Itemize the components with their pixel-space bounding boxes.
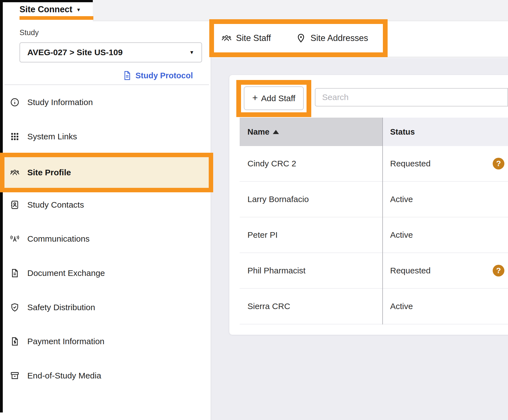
status-value: Active: [390, 230, 413, 240]
staff-name-cell: Phil Pharmacist: [240, 253, 382, 288]
sidebar-item-label: System Links: [27, 132, 77, 141]
search-input[interactable]: [315, 88, 508, 106]
sidebar-item-payment-information[interactable]: Payment Information: [4, 326, 206, 357]
sidebar-item-study-information[interactable]: Study Information: [4, 87, 206, 118]
contact-card-icon: [10, 200, 20, 210]
sidebar-item-label: Document Exchange: [27, 268, 105, 278]
sidebar-item-label: End-of-Study Media: [27, 371, 101, 380]
sidebar-item-label: Study Information: [27, 98, 93, 107]
sidebar-item-safety-distribution[interactable]: Safety Distribution: [4, 292, 206, 323]
staff-status-cell: Active ?: [382, 182, 508, 217]
sidebar-item-label: Communications: [27, 234, 89, 244]
sidebar-item-system-links[interactable]: System Links: [4, 121, 206, 152]
study-protocol-label: Study Protocol: [135, 71, 193, 80]
left-edge-black-strip: [0, 0, 3, 412]
column-header-name[interactable]: Name: [240, 118, 382, 146]
status-value: Requested: [390, 266, 431, 275]
status-value: Active: [390, 302, 413, 311]
sidebar-item-document-exchange[interactable]: Document Exchange: [4, 258, 206, 288]
sidebar-item-study-contacts[interactable]: Study Contacts: [4, 190, 206, 220]
table-row[interactable]: Larry Bornafacio Active ?: [240, 182, 508, 217]
sidebar-item-label: Payment Information: [27, 337, 104, 346]
sidebar-item-label: Study Contacts: [27, 200, 84, 210]
staff-status-cell: Requested ?: [382, 253, 508, 288]
help-icon[interactable]: ?: [493, 265, 504, 276]
info-circle-icon: [10, 98, 20, 107]
staff-name-cell: Larry Bornafacio: [240, 182, 382, 217]
shield-check-icon: [10, 303, 20, 312]
staff-name-cell: Peter PI: [240, 217, 382, 253]
sidebar-item-label: Safety Distribution: [27, 303, 95, 312]
table-row[interactable]: Peter PI Active ?: [240, 217, 508, 253]
product-tab-active-underline: [20, 16, 93, 20]
product-tab-label: Site Connect: [20, 4, 72, 14]
study-selector[interactable]: AVEG-027 > Site US-109 ▼: [20, 42, 202, 62]
staff-status-cell: Requested ?: [382, 146, 508, 181]
column-header-label: Name: [247, 127, 269, 137]
study-label: Study: [20, 28, 39, 37]
table-row[interactable]: Phil Pharmacist Requested ?: [240, 253, 508, 289]
product-tab-site-connect[interactable]: Site Connect ▼: [20, 3, 81, 16]
status-value: Active: [390, 195, 413, 204]
sidebar-item-communications[interactable]: Communications: [4, 224, 206, 254]
table-row[interactable]: Sierra CRC Active ?: [240, 289, 508, 324]
study-selector-value: AVEG-027 > Site US-109: [27, 48, 189, 57]
table-column-divider: [382, 118, 383, 324]
chevron-down-icon: ▼: [189, 50, 194, 55]
annotation-box-tabs: [209, 19, 388, 57]
sidebar-item-site-profile[interactable]: Site Profile: [4, 157, 209, 188]
sidebar-item-end-of-study-media[interactable]: End-of-Study Media: [4, 360, 206, 391]
column-header-label: Status: [390, 127, 415, 137]
archive-box-icon: [10, 371, 20, 380]
help-icon[interactable]: ?: [493, 158, 504, 169]
staff-status-cell: Active ?: [382, 289, 508, 324]
column-header-status[interactable]: Status: [382, 118, 508, 146]
payment-document-icon: [10, 337, 20, 346]
status-value: Requested: [390, 159, 431, 168]
staff-name-cell: Cindy CRC 2: [240, 146, 382, 181]
antenna-icon: [10, 234, 20, 244]
table-row[interactable]: Cindy CRC 2 Requested ?: [240, 146, 508, 182]
document-icon: [123, 71, 132, 81]
top-bar: [93, 0, 508, 21]
chevron-down-icon: ▼: [76, 7, 81, 13]
study-protocol-link[interactable]: Study Protocol: [123, 69, 193, 82]
sidebar-section-divider: [4, 84, 209, 85]
top-edge-black-strip: [0, 0, 93, 2]
sort-ascending-icon: [273, 130, 279, 134]
sidebar-item-label: Site Profile: [27, 168, 71, 177]
annotation-box-add-staff: [236, 80, 311, 117]
staff-table: Name Status Cindy CRC 2 Requested ? Larr…: [240, 118, 508, 324]
staff-status-cell: Active ?: [382, 217, 508, 253]
people-group-icon: [10, 168, 20, 177]
app-window: Site Connect ▼ Study AVEG-027 > Site US-…: [0, 0, 508, 420]
document-icon: [10, 268, 20, 278]
table-header-row: Name Status: [240, 118, 508, 146]
staff-name-cell: Sierra CRC: [240, 289, 382, 324]
grid-icon: [10, 132, 20, 141]
